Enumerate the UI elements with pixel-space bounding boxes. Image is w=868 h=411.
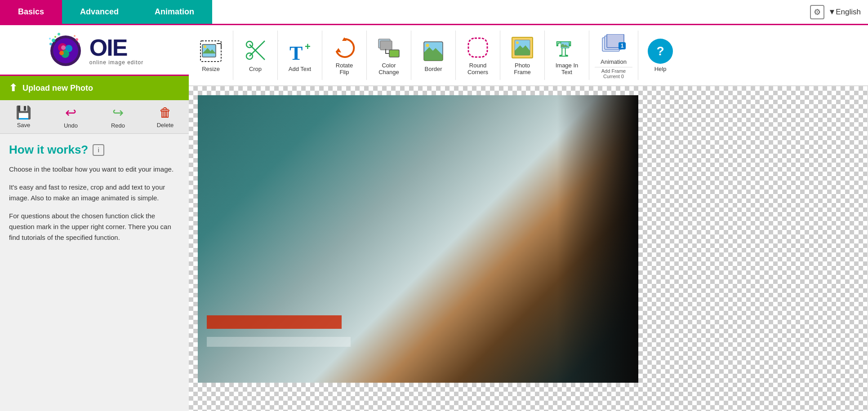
top-navigation: Basics Advanced Animation ⚙ ▼English xyxy=(0,0,868,25)
border-tool[interactable]: Border xyxy=(413,29,454,82)
svg-point-18 xyxy=(204,45,206,48)
right-content: Resize Crop xyxy=(189,25,868,411)
logo-svg xyxy=(45,31,86,71)
help-icon: ? xyxy=(648,39,673,64)
svg-text:1: 1 xyxy=(621,43,624,49)
logo-text: OIE online image editor xyxy=(89,36,143,66)
rotate-flip-label: RotateFlip xyxy=(336,62,353,75)
image-text-strip xyxy=(207,337,351,347)
svg-point-6 xyxy=(52,39,55,42)
svg-rect-33 xyxy=(389,50,399,57)
round-corners-tool[interactable]: RoundCorners xyxy=(458,29,498,82)
divider-5 xyxy=(411,31,411,80)
help-label: Help xyxy=(654,66,667,72)
language-area: ⚙ ▼English xyxy=(803,0,868,24)
delete-icon: 🗑 xyxy=(159,105,172,120)
redo-icon: ↪ xyxy=(112,105,124,120)
add-text-tool[interactable]: T + Add Text xyxy=(280,29,320,82)
logo-graphic xyxy=(45,31,86,71)
settings-icon[interactable]: ⚙ xyxy=(810,5,824,19)
round-corners-label: RoundCorners xyxy=(467,62,488,75)
help-tool[interactable]: ? Help xyxy=(640,29,681,82)
color-change-tool[interactable]: ColorChange xyxy=(369,29,409,82)
divider-9 xyxy=(589,31,589,80)
svg-rect-37 xyxy=(468,38,487,57)
info-section: How it works? i Choose in the toolbar ho… xyxy=(0,134,189,411)
divider-10 xyxy=(638,31,638,80)
undo-icon: ↩ xyxy=(65,105,76,120)
resize-icon xyxy=(198,39,223,64)
resize-label: Resize xyxy=(202,66,220,72)
svg-text:T: T xyxy=(289,42,303,63)
svg-point-10 xyxy=(49,38,51,40)
tab-animation[interactable]: Animation xyxy=(137,0,212,24)
divider-2 xyxy=(277,31,278,80)
undo-label: Undo xyxy=(64,122,78,129)
tab-basics[interactable]: Basics xyxy=(0,0,62,24)
image-dark-overlay xyxy=(557,95,638,383)
animation-sub-label: Add FrameCurrent 0 xyxy=(595,67,632,79)
tab-advanced[interactable]: Advanced xyxy=(62,0,137,24)
image-in-text-label: Image InText xyxy=(556,62,579,75)
info-icon[interactable]: i xyxy=(93,144,104,156)
save-icon: 💾 xyxy=(16,105,31,120)
color-change-label: ColorChange xyxy=(378,62,399,75)
svg-point-41 xyxy=(516,41,519,44)
svg-point-5 xyxy=(59,51,64,55)
border-icon xyxy=(421,39,446,64)
photo-frame-tool[interactable]: PhotoFrame xyxy=(502,29,543,82)
animation-tool[interactable]: 1 Animation Add FrameCurrent 0 xyxy=(591,29,636,82)
svg-point-12 xyxy=(78,43,80,45)
delete-button[interactable]: 🗑 Delete xyxy=(142,100,189,133)
photo-frame-icon xyxy=(510,35,535,60)
undo-button[interactable]: ↩ Undo xyxy=(47,100,94,133)
crop-label: Crop xyxy=(249,66,262,72)
upload-icon: ⬆ xyxy=(9,82,17,94)
crop-tool[interactable]: Crop xyxy=(235,29,276,82)
divider-3 xyxy=(322,31,322,80)
upload-button[interactable]: ⬆ Upload new Photo xyxy=(0,76,189,100)
svg-point-14 xyxy=(61,45,66,50)
info-paragraph-2: It's easy and fast to resize, crop and a… xyxy=(9,182,180,203)
divider-7 xyxy=(500,31,500,80)
svg-point-7 xyxy=(49,43,52,45)
animation-top-label: Animation xyxy=(601,58,627,65)
svg-point-8 xyxy=(54,36,56,38)
logo-container: OIE online image editor xyxy=(45,31,143,71)
logo-brand: OIE xyxy=(89,36,143,59)
rotate-flip-icon xyxy=(332,35,357,60)
canvas-image xyxy=(198,95,638,383)
help-circle: ? xyxy=(648,39,673,64)
canvas-area[interactable] xyxy=(189,86,868,411)
svg-point-9 xyxy=(58,33,60,35)
logo-tagline: online image editor xyxy=(89,59,143,66)
image-in-text-icon: T xyxy=(554,35,579,60)
svg-point-11 xyxy=(76,38,78,41)
round-corners-icon xyxy=(465,35,490,60)
divider-4 xyxy=(366,31,367,80)
info-title: How it works? xyxy=(9,143,88,157)
toolbar: Resize Crop xyxy=(189,25,868,86)
svg-text:+: + xyxy=(305,41,311,52)
svg-point-13 xyxy=(74,35,76,37)
add-text-label: Add Text xyxy=(289,66,311,72)
color-change-icon xyxy=(376,35,401,60)
rotate-flip-tool[interactable]: RotateFlip xyxy=(324,29,365,82)
resize-tool[interactable]: Resize xyxy=(191,29,231,82)
delete-label: Delete xyxy=(157,122,174,128)
upload-label: Upload new Photo xyxy=(22,84,93,93)
photo-frame-label: PhotoFrame xyxy=(514,62,531,75)
info-title-row: How it works? i xyxy=(9,143,180,157)
save-label: Save xyxy=(17,122,31,128)
divider-6 xyxy=(455,31,456,80)
language-selector[interactable]: ▼English xyxy=(828,8,861,17)
svg-point-36 xyxy=(426,44,429,47)
action-row: 💾 Save ↩ Undo ↪ Redo 🗑 Delete xyxy=(0,100,189,134)
image-in-text-tool[interactable]: T Image InText xyxy=(547,29,587,82)
logo-area: OIE online image editor xyxy=(0,25,189,76)
svg-rect-31 xyxy=(380,41,392,50)
save-button[interactable]: 💾 Save xyxy=(0,100,47,133)
animation-icon: 1 xyxy=(601,31,626,57)
divider-8 xyxy=(544,31,545,80)
redo-button[interactable]: ↪ Redo xyxy=(94,100,142,133)
